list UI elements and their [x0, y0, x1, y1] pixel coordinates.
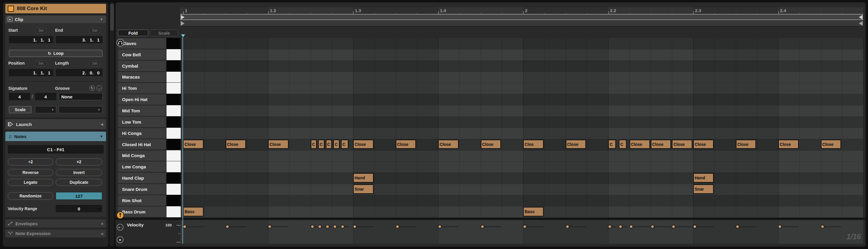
drum-row-label[interactable]: Open Hi Hat [118, 94, 166, 105]
velocity-lane-toggle-button[interactable] [117, 211, 124, 219]
piano-key-white[interactable] [166, 128, 181, 139]
piano-key-black[interactable] [166, 173, 181, 184]
velocity-marker[interactable] [651, 225, 654, 228]
midi-note[interactable]: Close [438, 139, 459, 149]
midi-note[interactable]: Close [651, 139, 671, 149]
velocity-lane[interactable] [181, 220, 863, 244]
drum-row-label[interactable]: Low Tom [118, 117, 166, 127]
drum-row-label[interactable]: Cymbal [118, 61, 166, 71]
midi-note[interactable]: Snar [353, 184, 374, 194]
double-time-button[interactable]: ×2 [56, 158, 102, 165]
drum-row-label[interactable]: Closed Hi Hat [118, 139, 166, 150]
midi-note[interactable]: Close [353, 139, 374, 149]
midi-note[interactable]: Bass [183, 207, 204, 216]
midi-note[interactable]: C [311, 139, 317, 149]
velocity-marker[interactable] [820, 225, 825, 228]
velocity-marker[interactable] [438, 225, 442, 228]
start-value[interactable]: 1. 1. 1 [9, 36, 53, 43]
clip-section-header[interactable]: ▶ Clip ▼ [5, 15, 106, 23]
drum-row-label[interactable]: Low Conga [118, 161, 166, 172]
chevron-down-icon[interactable]: ▼ [100, 18, 103, 21]
position-set-button[interactable]: Set [35, 60, 47, 66]
randomize-amount[interactable]: 127 [56, 192, 102, 200]
legato-button[interactable]: Legato [8, 179, 53, 186]
envelopes-section-header[interactable]: Envelopes ◀ [5, 219, 106, 228]
reverse-button[interactable]: Reverse [8, 169, 53, 176]
midi-note[interactable]: Close [778, 139, 799, 149]
velocity-marker[interactable] [608, 225, 612, 228]
scale-root-dropdown[interactable]: ▼ [35, 106, 56, 113]
velocity-marker[interactable] [778, 225, 782, 228]
velocity-marker[interactable] [396, 225, 399, 228]
piano-key-white[interactable] [166, 184, 181, 195]
chevron-down-icon[interactable]: ▼ [100, 134, 103, 138]
midi-note[interactable]: Bass [523, 207, 544, 216]
clip-title-bar[interactable]: 808 Core Kit [5, 4, 106, 13]
piano-key-black[interactable] [166, 139, 181, 150]
add-lane-button[interactable]: ▶ [117, 236, 124, 243]
midi-note[interactable]: C [341, 139, 349, 149]
note-grid[interactable]: ClavesCow BellCymbalMaracasHi TomOpen Hi… [116, 2, 866, 247]
piano-key-black[interactable] [166, 117, 181, 128]
velocity-marker[interactable] [268, 225, 272, 228]
velocity-marker[interactable] [341, 225, 344, 228]
duplicate-button[interactable]: Duplicate [56, 179, 102, 186]
velocity-marker[interactable] [672, 225, 676, 228]
midi-note[interactable]: Hand [353, 173, 374, 183]
piano-key-white[interactable] [166, 72, 181, 83]
position-value[interactable]: 1. 1. 1 [9, 69, 53, 76]
piano-key-black[interactable] [166, 94, 181, 105]
piano-key-white[interactable] [166, 105, 181, 117]
piano-key-black[interactable] [166, 38, 181, 49]
pitch-range-display[interactable]: C1 - F#1 [8, 145, 104, 154]
notes-section-header[interactable]: ♫ Notes ▼ [5, 132, 106, 141]
clip-color-swatch-icon[interactable] [8, 6, 14, 12]
velocity-marker[interactable] [333, 225, 337, 228]
signature-numerator[interactable]: 4 [9, 93, 30, 100]
midi-note[interactable]: Hand [693, 173, 714, 183]
velocity-marker[interactable] [629, 225, 633, 228]
groove-commit-icon[interactable]: → [97, 85, 102, 91]
velocity-marker[interactable] [480, 225, 484, 228]
randomize-button[interactable]: Randomize [8, 192, 53, 200]
midi-note[interactable]: C [608, 139, 616, 149]
velocity-range-value[interactable]: 0 ◀ [56, 205, 102, 212]
length-set-button[interactable]: Set [89, 60, 101, 66]
velocity-marker[interactable] [693, 225, 697, 228]
midi-note[interactable]: Close [672, 139, 692, 149]
midi-note[interactable]: Close [226, 139, 246, 149]
end-set-button[interactable]: Set [89, 28, 101, 33]
midi-note[interactable]: Snar [693, 184, 714, 194]
drum-row-label[interactable]: Mid Conga [118, 151, 166, 161]
piano-key-white[interactable] [166, 206, 181, 218]
drum-row-label[interactable]: Maracas [118, 72, 166, 83]
midi-note[interactable]: Close [821, 139, 841, 149]
velocity-marker[interactable] [565, 225, 569, 228]
chevron-left-icon[interactable]: ◀ [101, 222, 103, 225]
length-value[interactable]: 2. 0. 0 [56, 69, 102, 76]
midi-note[interactable]: Close [629, 139, 650, 149]
midi-note[interactable]: Close [183, 139, 204, 149]
start-set-button[interactable]: Set [35, 28, 47, 33]
velocity-marker[interactable] [619, 225, 622, 228]
midi-note[interactable]: Close [693, 139, 714, 149]
piano-key-white[interactable] [166, 49, 181, 60]
piano-key-black[interactable] [166, 60, 181, 72]
insert-marker-icon[interactable] [181, 34, 185, 37]
chevron-left-icon[interactable]: ◀ [101, 122, 103, 126]
midi-note[interactable]: Close [566, 139, 586, 149]
loop-button[interactable]: ↻ Loop [9, 50, 102, 57]
drum-row-label[interactable]: Hi Conga [118, 128, 166, 138]
preview-headphone-button[interactable] [117, 39, 124, 46]
velocity-marker[interactable] [318, 225, 322, 228]
midi-note[interactable]: Close [396, 139, 416, 149]
velocity-marker[interactable] [353, 225, 357, 228]
end-value[interactable]: 3. 1. 1 [56, 36, 102, 43]
drum-row-label[interactable]: Mid Tom [118, 105, 166, 116]
drum-row-label[interactable]: Claves [118, 38, 166, 49]
drum-row-label[interactable]: Cow Bell [118, 50, 166, 60]
stepper-left-icon[interactable]: ◀ [98, 207, 100, 211]
drum-row-label[interactable]: Rim Shot [118, 195, 166, 206]
signature-denominator[interactable]: 4 [35, 93, 56, 100]
drum-row-label[interactable]: Hi Tom [118, 83, 166, 93]
